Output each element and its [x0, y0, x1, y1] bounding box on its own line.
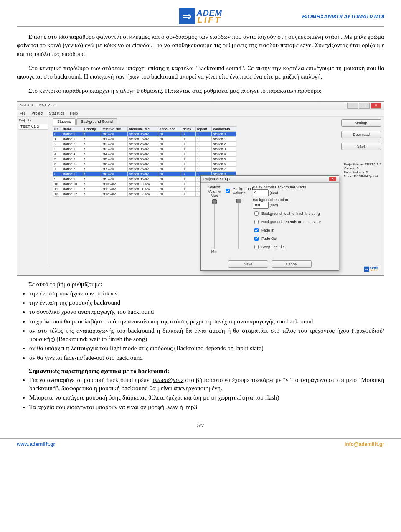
save-button[interactable]: Save [341, 143, 381, 150]
settings-list: την ένταση των ήχων των στάσεων.την έντα… [17, 289, 384, 362]
sidebar-item-project[interactable]: TEST V1-2 [19, 124, 48, 130]
paragraph-1: Επίσης στο ίδιο παράθυρο φαίνονται οι κλ… [17, 33, 384, 58]
menubar: File Project Statistics Help [17, 110, 384, 117]
background-volume-slider[interactable]: Background Volume [228, 185, 249, 254]
header-subtitle: ΒΙΟΜΗΧΑΝΙΚΟΙ ΑΥΤΟΜΑΤΙΣΜΟΙ [302, 13, 384, 20]
col-relative_file: relative_file [101, 126, 128, 131]
notes-list: Για να αναπαράγεται μουσική backround πρ… [17, 376, 384, 411]
project-settings-dialog: Project Settings × Station Volume Max Mi… [200, 175, 339, 271]
settings-button[interactable]: Settings [341, 119, 381, 127]
col-absolute_file: absolute_file [128, 126, 158, 131]
chk-fade-out[interactable] [254, 237, 259, 241]
menu-project[interactable]: Project [32, 111, 43, 115]
menu-statistics[interactable]: Statistics [49, 111, 64, 115]
delay-unit: (sec) [270, 190, 278, 194]
menu-help[interactable]: Help [70, 111, 78, 115]
col-Name: Name [61, 126, 83, 131]
table-row[interactable]: 5station 59st5.wavstation 5.wav2001stati… [53, 156, 236, 161]
duration-label: Background Duration [253, 198, 335, 202]
col-debounce: debounce [158, 126, 181, 131]
background-volume-label: Background Volume [233, 187, 253, 195]
chk-fade-in[interactable] [254, 228, 259, 232]
notes-title: Σημαντικές παρατηρήσεις σχετικά με το ba… [28, 368, 384, 375]
table-row[interactable]: 3station 39st3.wavstation 3.wav2001stati… [53, 146, 236, 151]
page-header: ⇒ ADEM LIFT ΒΙΟΜΗΧΑΝΙΚΟΙ ΑΥΤΟΜΑΤΙΣΜΟΙ [17, 8, 384, 25]
list-item: το συνολικό χρόνο αναπαραγωγής του backr… [29, 308, 384, 316]
menu-file[interactable]: File [20, 111, 26, 115]
table-row[interactable]: 0station 09st0.wavstation 0.wav2001stati… [53, 131, 236, 136]
window-titlebar: SAT 1.0 – TEST V1-2 _ □ × [17, 102, 384, 110]
list-item: Για να αναπαράγεται μουσική backround πρ… [29, 376, 384, 393]
duration-unit: (sec) [270, 203, 278, 207]
station-volume-slider[interactable]: Station Volume Max Min [204, 185, 224, 254]
footer-mail: info@ademlift.gr [345, 441, 384, 447]
close-icon[interactable]: × [371, 103, 381, 109]
col-comments: comments [212, 126, 236, 131]
main-panel: Stations Background Sound IDNamePriority… [50, 117, 329, 267]
list-item: αν θα υπάρχει η λειτουργία του light mod… [29, 344, 384, 352]
footer-web: www.ademlift.gr [17, 441, 55, 447]
tab-stations[interactable]: Stations [53, 118, 76, 125]
list-item: την ένταση των ήχων των στάσεων. [29, 289, 384, 298]
chk-wait-finish[interactable] [254, 211, 259, 216]
dialog-title: Project Settings [203, 177, 230, 181]
slider-max-label: Max [211, 193, 218, 198]
chk-depends-input[interactable] [254, 220, 259, 224]
station-volume-label: Station Volume [208, 185, 221, 193]
logo-lift: LIFT [197, 16, 222, 23]
list-intro: Σε αυτό το βήμα ρυθμίζουμε: [28, 280, 384, 288]
list-item: το χρόνο που θα μεσολαβήσει από την ανακ… [29, 317, 384, 326]
dialog-close-icon[interactable]: × [329, 177, 336, 181]
list-item: αν στο τέλος της αναπαραγωγής του backro… [29, 326, 384, 344]
app-screenshot: SAT 1.0 – TEST V1-2 _ □ × File Project S… [17, 101, 384, 276]
duration-input[interactable] [253, 202, 269, 209]
app-logo-icon: ⇒ ADEM LIFT [364, 266, 378, 272]
table-row[interactable]: 1station 19st1.wavstation 1.wav2001stati… [53, 136, 236, 141]
download-button[interactable]: Download [341, 131, 381, 138]
table-row[interactable]: 2station 29st2.wavstation 2.wav2001stati… [53, 141, 236, 146]
sidebar: Projects TEST V1-2 [17, 117, 50, 267]
page-footer: www.ademlift.gr info@ademlift.gr [0, 438, 401, 451]
project-info: ProjectName: TEST V1-2 Volume: 5 Back. V… [344, 163, 381, 178]
col-Priority: Priority [83, 126, 101, 131]
col-repeat: repeat [195, 126, 212, 131]
background-volume-checkbox[interactable] [226, 189, 230, 193]
window-title: SAT 1.0 – TEST V1-2 [20, 103, 56, 109]
maximize-icon[interactable]: □ [359, 103, 370, 109]
table-row[interactable]: 6station 69st6.wavstation 6.wav2001stati… [53, 161, 236, 166]
paragraph-2: Στο κεντρικό παράθυρο των στάσεων υπάρχε… [17, 64, 384, 81]
tab-background-sound[interactable]: Background Sound [76, 118, 118, 125]
logo: ⇒ ADEM LIFT [179, 8, 222, 24]
list-item: την ένταση της μουσικής backround [29, 298, 384, 307]
delay-label: Delay before Background Starts [253, 185, 335, 189]
col-ID: ID [53, 126, 61, 131]
slider-min-label: Min [211, 249, 218, 254]
table-row[interactable]: 4station 49st4.wavstation 4.wav2001stati… [53, 151, 236, 156]
sidebar-header: Projects [19, 118, 48, 122]
table-row[interactable]: 7station 79st7.wavstation 7.wav2001stati… [53, 166, 236, 171]
chk-keep-log[interactable] [254, 245, 259, 249]
page-number: 5/7 [17, 422, 384, 429]
list-item: Τα αρχεία που εισάγονται μπορούν να είνα… [29, 403, 384, 411]
col-delay: delay [181, 126, 195, 131]
paragraph-3: Στο κεντρικό παράθυρο υπάρχει η επιλογή … [17, 87, 384, 95]
arrow-icon: ⇒ [179, 8, 195, 24]
list-item: Μπορείτε να εισάγετε μουσική όσης διάρκε… [29, 393, 384, 402]
list-item: αν θα γίνεται fade-in/fade-out στο backr… [29, 354, 384, 362]
delay-input[interactable] [253, 189, 269, 196]
minimize-icon[interactable]: _ [347, 103, 358, 109]
